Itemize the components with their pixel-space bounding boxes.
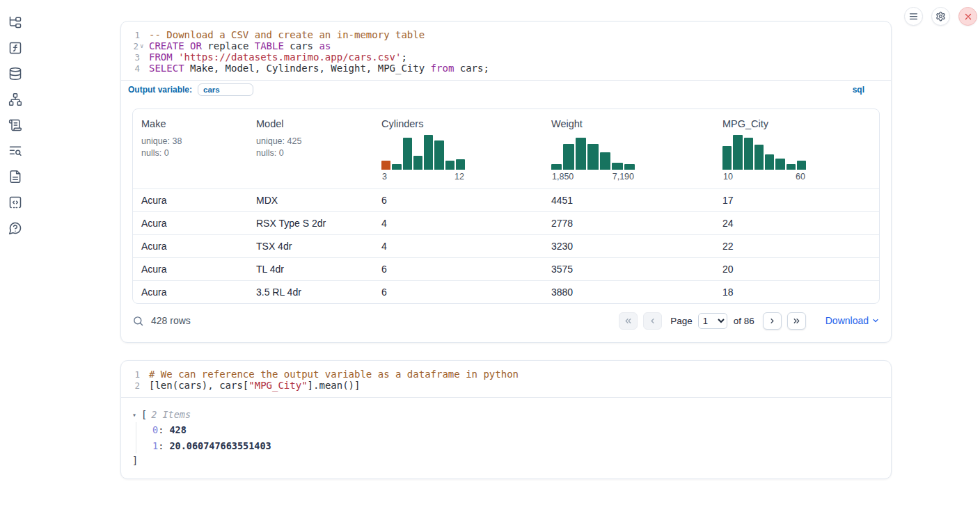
code-text: FROM 'https://datasets.marimo.app/cars.c… <box>149 51 407 63</box>
column-header[interactable]: Makeunique: 38nulls: 0 <box>133 109 248 188</box>
code-text: -- Download a CSV and create an in-memor… <box>149 29 425 40</box>
column-histogram: 312 <box>381 134 465 182</box>
settings-button[interactable] <box>931 7 950 26</box>
histogram-bar[interactable] <box>775 159 784 170</box>
line-number: 1 <box>121 29 149 40</box>
table-cell: Acura <box>133 241 248 252</box>
histogram-bar[interactable] <box>754 145 764 170</box>
histogram-bar[interactable] <box>551 164 562 170</box>
table-cell: Acura <box>133 218 248 229</box>
sidebar-item-dependency-graph[interactable] <box>8 92 22 106</box>
axis-max-label: 7,190 <box>612 172 634 182</box>
column-header[interactable]: Weight1,8507,190 <box>543 109 714 188</box>
sidebar-item-database[interactable] <box>8 67 22 81</box>
chevron-left-icon <box>648 316 657 325</box>
table-row[interactable]: Acura3.5 RL 4dr6388018 <box>133 280 879 303</box>
histogram-bar[interactable] <box>787 164 796 170</box>
table-body: AcuraMDX6445117AcuraRSX Type S 2dr427782… <box>133 188 879 303</box>
histogram-bar[interactable] <box>733 135 742 170</box>
prev-page-button[interactable] <box>643 312 662 330</box>
code-line: 1-- Download a CSV and create an in-memo… <box>121 29 891 40</box>
sidebar-item-snippets[interactable] <box>8 195 22 209</box>
histogram-bar[interactable] <box>413 156 422 170</box>
histogram-bar[interactable] <box>434 140 443 170</box>
histogram-bar[interactable] <box>381 161 390 170</box>
first-page-button[interactable] <box>619 312 638 330</box>
search-icon[interactable] <box>132 315 144 327</box>
histogram-bar[interactable] <box>392 164 401 170</box>
histogram-bar[interactable] <box>612 163 622 170</box>
histogram-bar[interactable] <box>587 144 598 170</box>
menu-button[interactable] <box>904 7 923 26</box>
sidebar-item-log-search[interactable] <box>8 144 22 158</box>
column-header[interactable]: Cylinders312 <box>373 109 543 188</box>
code-line: 1# We can reference the output variable … <box>121 369 891 380</box>
code-text: CREATE OR replace TABLE cars as <box>149 40 331 51</box>
table-row[interactable]: AcuraTSX 4dr4323022 <box>133 234 879 257</box>
page-select[interactable]: 1 <box>698 313 727 329</box>
histogram-bar[interactable] <box>445 161 455 170</box>
code-line: 3FROM 'https://datasets.marimo.app/cars.… <box>121 51 891 63</box>
items-count-label: 2 Items <box>151 409 191 420</box>
table-row[interactable]: AcuraMDX6445117 <box>133 188 879 211</box>
close-icon <box>963 12 973 22</box>
table-cell: 4 <box>373 218 543 229</box>
column-header[interactable]: MPG_City1060 <box>714 109 879 188</box>
file-tree-icon <box>8 15 22 29</box>
column-title: Weight <box>551 118 706 129</box>
download-button[interactable]: Download <box>825 315 880 326</box>
line-number: 2∨ <box>121 40 149 51</box>
tree-entries: 0: 4281: 20.060747663551403 <box>136 422 880 453</box>
histogram-bar[interactable] <box>624 164 635 170</box>
code-line: 2[len(cars), cars["MPG_City"].mean()] <box>121 380 891 391</box>
table-cell: 6 <box>373 287 543 298</box>
data-table: Makeunique: 38nulls: 0Modelunique: 425nu… <box>132 108 880 304</box>
histogram-bar[interactable] <box>424 135 433 170</box>
column-title: Make <box>141 118 239 129</box>
menu-icon <box>908 11 919 22</box>
document-icon <box>8 170 22 184</box>
histogram-bar[interactable] <box>576 138 586 170</box>
next-page-button[interactable] <box>763 312 782 330</box>
table-cell: 3230 <box>543 241 714 252</box>
table-row[interactable]: AcuraRSX Type S 2dr4277824 <box>133 211 879 234</box>
python-code-editor[interactable]: 1# We can reference the output variable … <box>121 361 891 397</box>
sidebar-item-scroll[interactable] <box>8 118 22 132</box>
axis-min-label: 10 <box>723 172 733 182</box>
column-stats: unique: 38nulls: 0 <box>141 136 239 159</box>
histogram-bar[interactable] <box>722 146 732 170</box>
histogram-axis: 1060 <box>722 172 806 182</box>
close-button[interactable] <box>958 7 977 26</box>
column-header[interactable]: Modelunique: 425nulls: 0 <box>248 109 373 188</box>
sidebar-item-document[interactable] <box>8 170 22 184</box>
histogram-bar[interactable] <box>600 152 610 170</box>
fold-chevron-icon[interactable]: ∨ <box>140 42 145 49</box>
line-number: 3 <box>121 51 149 63</box>
sql-cell: 1-- Download a CSV and create an in-memo… <box>120 21 892 343</box>
page-total: of 86 <box>734 316 754 326</box>
histogram-axis: 312 <box>381 172 465 182</box>
language-badge[interactable]: sql <box>853 85 884 95</box>
last-page-button[interactable] <box>787 312 806 330</box>
sidebar-item-function[interactable] <box>8 41 22 55</box>
table-row[interactable]: AcuraTL 4dr6357520 <box>133 257 879 280</box>
histogram-bar[interactable] <box>563 144 574 170</box>
histogram-bar[interactable] <box>744 138 753 170</box>
tree-collapse-icon[interactable]: ▾ <box>132 411 141 419</box>
chevrons-left-icon <box>624 316 633 325</box>
table-cell: Acura <box>133 264 248 275</box>
histogram-bars <box>722 134 806 170</box>
dependency-graph-icon <box>8 92 22 106</box>
code-text: [len(cars), cars["MPG_City"].mean()] <box>149 380 360 391</box>
output-variable-input[interactable] <box>198 83 253 96</box>
histogram-bar[interactable] <box>765 154 774 170</box>
sql-code-editor[interactable]: 1-- Download a CSV and create an in-memo… <box>121 22 891 80</box>
log-search-icon <box>8 144 22 158</box>
histogram-bar[interactable] <box>403 138 412 170</box>
histogram-bar[interactable] <box>456 159 465 170</box>
table-cell: 20 <box>714 264 879 275</box>
sidebar-item-help[interactable] <box>8 221 22 235</box>
sidebar-item-file-tree[interactable] <box>8 15 22 29</box>
histogram-bar[interactable] <box>797 161 806 170</box>
column-title: MPG_City <box>722 118 871 129</box>
